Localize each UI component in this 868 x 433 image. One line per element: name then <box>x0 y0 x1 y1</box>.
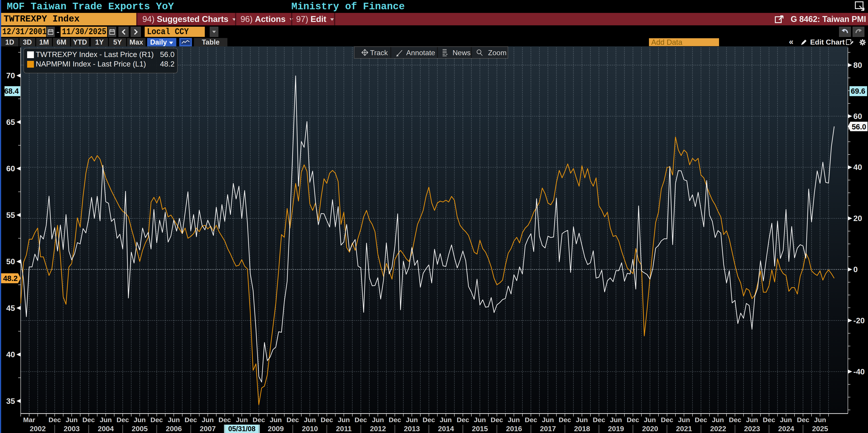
svg-text:Jun: Jun <box>236 416 248 424</box>
svg-text:20: 20 <box>853 214 862 223</box>
svg-text:2006: 2006 <box>166 425 182 433</box>
svg-text:Jun: Jun <box>814 416 826 424</box>
svg-text:56.0: 56.0 <box>160 50 175 59</box>
svg-text:2011: 2011 <box>336 425 351 433</box>
svg-text:Dec: Dec <box>491 416 503 424</box>
svg-text:68.4: 68.4 <box>4 87 19 95</box>
svg-text:2023: 2023 <box>744 425 760 433</box>
svg-text:Dec: Dec <box>729 416 741 424</box>
svg-text:Dec: Dec <box>525 416 537 424</box>
svg-text:2013: 2013 <box>404 425 420 433</box>
svg-text:70: 70 <box>6 71 15 80</box>
svg-text:2002: 2002 <box>30 425 46 433</box>
svg-text:Dec: Dec <box>49 416 61 424</box>
svg-text:05/31/08: 05/31/08 <box>228 425 256 433</box>
svg-text:Dec: Dec <box>389 416 401 424</box>
svg-text:Jun: Jun <box>644 416 656 424</box>
svg-text:60: 60 <box>6 164 15 173</box>
svg-text:Mar: Mar <box>23 416 35 424</box>
svg-text:Jun: Jun <box>406 416 418 424</box>
svg-text:Dec: Dec <box>457 416 469 424</box>
svg-text:2021: 2021 <box>676 425 692 433</box>
svg-text:Jun: Jun <box>202 416 214 424</box>
svg-text:Jun: Jun <box>270 416 282 424</box>
svg-text:2016: 2016 <box>506 425 522 433</box>
svg-text:Jun: Jun <box>780 416 792 424</box>
svg-text:Dec: Dec <box>150 416 163 424</box>
svg-text:55: 55 <box>6 211 15 220</box>
svg-text:2020: 2020 <box>642 425 658 433</box>
svg-text:35: 35 <box>6 397 15 405</box>
svg-text:Jun: Jun <box>474 416 486 424</box>
svg-text:Jun: Jun <box>304 416 316 424</box>
svg-text:Annotate: Annotate <box>406 49 435 57</box>
svg-text:Jun: Jun <box>746 416 758 424</box>
svg-text:-40: -40 <box>853 367 865 376</box>
svg-text:Jun: Jun <box>133 416 146 424</box>
svg-text:Dec: Dec <box>286 416 299 424</box>
svg-text:News: News <box>453 49 471 57</box>
svg-text:2007: 2007 <box>199 425 216 433</box>
svg-text:Dec: Dec <box>593 416 605 424</box>
svg-text:80: 80 <box>853 61 862 69</box>
svg-text:Jun: Jun <box>712 416 724 424</box>
svg-text:Dec: Dec <box>218 416 231 424</box>
svg-text:2017: 2017 <box>540 425 556 433</box>
svg-text:40: 40 <box>853 163 862 172</box>
svg-text:Dec: Dec <box>82 416 95 424</box>
svg-text:2018: 2018 <box>574 425 590 433</box>
svg-text:Dec: Dec <box>559 416 571 424</box>
svg-text:2024: 2024 <box>778 425 794 433</box>
svg-text:Jun: Jun <box>66 416 78 424</box>
svg-text:Dec: Dec <box>184 416 197 424</box>
svg-text:Dec: Dec <box>320 416 333 424</box>
svg-text:Dec: Dec <box>627 416 639 424</box>
svg-text:Jun: Jun <box>168 416 180 424</box>
svg-text:-20: -20 <box>853 316 865 325</box>
svg-text:Jun: Jun <box>372 416 384 424</box>
svg-text:2005: 2005 <box>131 425 148 433</box>
svg-text:Dec: Dec <box>661 416 673 424</box>
svg-text:65: 65 <box>6 118 15 126</box>
svg-text:48.2: 48.2 <box>3 274 18 283</box>
svg-text:Dec: Dec <box>423 416 435 424</box>
svg-text:Jun: Jun <box>542 416 554 424</box>
svg-text:TWTREXPY Index - Last Price (R: TWTREXPY Index - Last Price (R1) <box>36 50 154 59</box>
svg-text:Dec: Dec <box>116 416 129 424</box>
svg-text:2010: 2010 <box>302 425 318 433</box>
svg-text:2009: 2009 <box>268 425 284 433</box>
svg-text:48.2: 48.2 <box>160 60 175 68</box>
svg-text:Jun: Jun <box>100 416 112 424</box>
svg-text:Dec: Dec <box>252 416 265 424</box>
svg-text:2012: 2012 <box>370 425 386 433</box>
svg-text:Jun: Jun <box>678 416 690 424</box>
svg-text:Jun: Jun <box>508 416 520 424</box>
svg-text:56.0: 56.0 <box>852 123 866 131</box>
svg-text:69.6: 69.6 <box>851 87 865 95</box>
svg-text:Zoom: Zoom <box>488 49 506 57</box>
svg-text:2015: 2015 <box>472 425 488 433</box>
svg-text:Dec: Dec <box>694 416 707 424</box>
svg-text:2022: 2022 <box>710 425 726 433</box>
svg-text:Dec: Dec <box>797 416 809 424</box>
svg-text:0: 0 <box>853 265 858 274</box>
svg-text:2003: 2003 <box>64 425 80 433</box>
svg-text:Jun: Jun <box>440 416 452 424</box>
svg-text:NAPMPMI Index - Last Price (L1: NAPMPMI Index - Last Price (L1) <box>36 60 146 68</box>
svg-text:2014: 2014 <box>438 425 454 433</box>
svg-text:2019: 2019 <box>608 425 624 433</box>
svg-text:Dec: Dec <box>763 416 775 424</box>
svg-text:Track: Track <box>370 49 388 57</box>
svg-text:Dec: Dec <box>354 416 367 424</box>
svg-text:60: 60 <box>853 112 862 121</box>
svg-text:2004: 2004 <box>98 425 114 433</box>
svg-text:40: 40 <box>6 350 15 359</box>
svg-text:2025: 2025 <box>812 425 828 433</box>
svg-text:Jun: Jun <box>576 416 588 424</box>
svg-text:Jun: Jun <box>610 416 622 424</box>
svg-text:50: 50 <box>6 257 15 266</box>
svg-text:Jun: Jun <box>338 416 350 424</box>
svg-text:45: 45 <box>6 304 15 312</box>
